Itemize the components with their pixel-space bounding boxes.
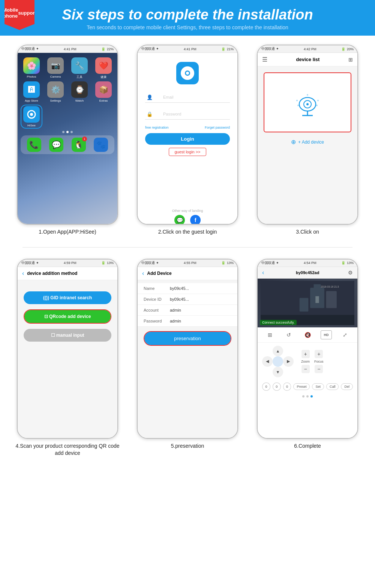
app-appstore: 🅰 App Store — [21, 81, 42, 102]
password-field[interactable]: Password — [145, 109, 230, 120]
email-field[interactable]: Email — [145, 92, 230, 103]
guest-login-button[interactable]: guest login >> — [169, 148, 206, 156]
focus-minus-button[interactable]: − — [315, 365, 323, 373]
del-button[interactable]: Del — [341, 383, 353, 390]
refresh-ctrl-icon[interactable]: ↺ — [283, 330, 294, 339]
phone-4-status-bar: 中国联通 ✦ 4:59 PM 🔋 13% — [18, 260, 117, 267]
svg-rect-14 — [314, 284, 321, 290]
social-icons: 💬 f — [145, 215, 230, 225]
facebook-icon[interactable]: f — [190, 215, 201, 225]
steps-container: 中国联通 ✦ 4:41 PM 🔋 22% 🌸 Photos — [0, 36, 375, 465]
phone-2-status-bar: 中国联通 ✦ 4:41 PM 🔋 21% — [138, 45, 237, 53]
homescreen-dots — [21, 131, 114, 133]
qrcode-add-button[interactable]: ⊡ QRcode add device — [24, 310, 111, 323]
back-header-5: ‹ Add Device — [138, 267, 237, 280]
form-row-name: Name by09c45... — [138, 283, 237, 294]
password-field-container: 🔒 Password — [145, 109, 230, 123]
step-6: 中国联通 ✦ 4:54 PM 🔋 13% ‹ by09c452ad ⚙ — [251, 259, 364, 450]
back-arrow-icon-6[interactable]: ‹ — [262, 269, 264, 276]
phone-6-status-bar: 中国联通 ✦ 4:54 PM 🔋 13% — [258, 260, 357, 267]
app-settings: ⚙️ Settings — [45, 81, 66, 102]
step-1: 中国联通 ✦ 4:41 PM 🔋 22% 🌸 Photos — [11, 45, 124, 236]
grid-icon[interactable]: ⊞ — [348, 57, 353, 63]
preset-row: 0 0 0 Preset Set Call Del — [258, 380, 357, 393]
camera-title: by09c452ad — [296, 270, 319, 275]
preset-num-2: 0 — [273, 382, 281, 391]
ptz-left[interactable]: ◀ — [262, 356, 273, 367]
ptz-down[interactable]: ▼ — [273, 367, 283, 377]
phone-1-mockup: 中国联通 ✦ 4:41 PM 🔋 22% 🌸 Photos — [17, 45, 118, 225]
step-4-label: 4.Scan your product corresponding QR cod… — [11, 442, 124, 457]
back-arrow-icon-5[interactable]: ‹ — [142, 270, 144, 277]
set-button[interactable]: Set — [312, 383, 324, 390]
grid-ctrl-icon[interactable]: ⊞ — [264, 330, 276, 339]
phone-5-mockup: 中国联通 ✦ 4:55 PM 🔋 13% ‹ Add Device Name — [137, 259, 238, 439]
hd-ctrl-button[interactable]: HD — [321, 330, 332, 339]
free-registration-link[interactable]: free registration — [145, 126, 169, 129]
zoom-minus-button[interactable]: − — [302, 365, 310, 373]
dock-baidu: 🐾 — [94, 138, 108, 152]
svg-point-7 — [296, 100, 298, 101]
svg-point-8 — [317, 100, 319, 101]
steps-row-1: 中国联通 ✦ 4:41 PM 🔋 22% 🌸 Photos — [11, 45, 364, 236]
app-tools: 🔧 工具 — [69, 57, 90, 79]
camera-view-screen: ‹ by09c452ad ⚙ — [258, 267, 357, 439]
gid-search-button[interactable]: (()) GID intranet search — [24, 291, 111, 304]
svg-point-1 — [30, 113, 33, 116]
ptz-up[interactable]: ▲ — [273, 346, 283, 356]
app-hisee[interactable]: HiSee — [21, 105, 42, 129]
phone-1-status-bar: 中国联通 ✦ 4:41 PM 🔋 22% — [18, 45, 117, 53]
svg-rect-15 — [326, 291, 337, 308]
ptz-panel: ▲ ◀ ▶ ▼ — [258, 343, 357, 380]
phone-5-status-bar: 中国联通 ✦ 4:55 PM 🔋 13% — [138, 260, 237, 267]
camera-dots — [258, 393, 357, 400]
device-add-screen: ‹ device addition method (()) GID intran… — [18, 267, 117, 439]
back-arrow-icon[interactable]: ‹ — [22, 270, 24, 277]
step-6-label: 6.Complete — [294, 442, 321, 450]
dock-wechat: 🐧 1 — [72, 138, 86, 152]
steps-row-2: 中国联通 ✦ 4:59 PM 🔋 13% ‹ device addition m… — [11, 259, 364, 457]
step-3-label: 3.Click on — [296, 228, 319, 236]
preset-num-1: 0 — [262, 382, 270, 391]
email-field-container: 👤 Email — [145, 92, 230, 106]
zoom-column: + Zoom − — [301, 350, 310, 373]
camera-stream: X01 2018-03-16 21:3 Connect successfully… — [258, 279, 357, 327]
login-button[interactable]: Login — [145, 133, 230, 145]
header-banner: Mobile phone support Six steps to comple… — [0, 0, 375, 36]
app-camera: 📷 Camera — [45, 57, 66, 79]
add-device-form-screen: ‹ Add Device Name by09c45... Device ID b… — [138, 267, 237, 439]
device-placeholder — [264, 72, 351, 132]
hisee-logo — [176, 62, 199, 84]
preset-num-3: 0 — [283, 382, 291, 391]
app-grid: 🌸 Photos 📷 Camera 🔧 工具 — [21, 57, 114, 129]
device-list-screen: ☰ device list ⊞ — [258, 53, 357, 225]
form-row-account: Account admin — [138, 305, 237, 316]
focus-column: + Focus − — [314, 350, 324, 373]
step-3: 中国联通 ✦ 4:42 PM 🔋 20% ☰ device list ⊞ — [251, 45, 364, 236]
app-extras: 📦 Extras — [93, 81, 114, 102]
zoom-focus-panel: + Zoom − + Focus − — [301, 350, 324, 373]
mute-ctrl-icon[interactable]: 🔇 — [302, 330, 313, 339]
form-row-password: Password admin — [138, 316, 237, 327]
preservation-button[interactable]: preservation — [144, 332, 231, 345]
manual-input-button[interactable]: ☐ manual input — [24, 329, 111, 342]
focus-plus-button[interactable]: + — [315, 350, 323, 358]
other-landing-section: Other way of landing 💬 f — [145, 209, 230, 225]
app-watch: ⌚ Watch — [69, 81, 90, 102]
phone-4-mockup: 中国联通 ✦ 4:59 PM 🔋 13% ‹ device addition m… — [17, 259, 118, 439]
menu-icon[interactable]: ☰ — [262, 56, 267, 63]
ptz-right[interactable]: ▶ — [283, 356, 294, 367]
wechat-icon[interactable]: 💬 — [174, 215, 185, 225]
forget-password-link[interactable]: Forget password — [205, 126, 230, 129]
call-button[interactable]: Call — [326, 383, 339, 390]
form-row-deviceid: Device ID by09c45... — [138, 294, 237, 305]
zoom-plus-button[interactable]: + — [302, 350, 310, 358]
ptz-arrows: ▲ ◀ ▶ ▼ — [262, 346, 294, 377]
preset-button[interactable]: Preset — [293, 383, 310, 390]
add-device-button[interactable]: ⊕ + Add device — [258, 138, 357, 146]
svg-point-10 — [316, 105, 318, 106]
svg-rect-17 — [300, 298, 309, 311]
settings-icon[interactable]: ⚙ — [348, 270, 353, 276]
fullscreen-ctrl-icon[interactable]: ⤢ — [339, 330, 351, 339]
step-5-label: 5.preservation — [171, 442, 204, 450]
